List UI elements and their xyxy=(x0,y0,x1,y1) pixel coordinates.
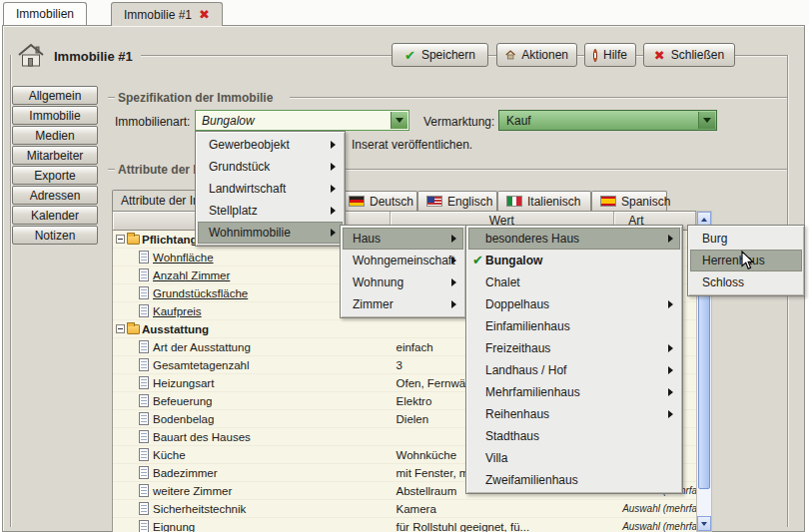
menu-item-doppelhaus[interactable]: Doppelhaus xyxy=(468,293,680,315)
submenu-arrow-icon xyxy=(668,366,673,374)
house-icon xyxy=(16,43,46,69)
menu-item-stadthaus[interactable]: Stadthaus xyxy=(468,425,680,447)
sidebar-item-kalender[interactable]: Kalender xyxy=(12,206,98,225)
menu-item-zimmer[interactable]: Zimmer xyxy=(343,293,463,315)
attribute-link[interactable]: Anzahl Zimmer xyxy=(153,269,230,281)
menu-item-chalet[interactable]: Chalet xyxy=(468,271,680,293)
tab-label: Immobilie #1 xyxy=(124,8,192,22)
sidebar-item-adressen[interactable]: Adressen xyxy=(12,186,98,205)
document-icon xyxy=(139,340,149,353)
menu-item-einfamilienhaus[interactable]: Einfamilienhaus xyxy=(468,315,680,337)
dropdown-arrow-icon[interactable] xyxy=(391,112,407,129)
sidebar-item-immobilie[interactable]: Immobilie xyxy=(12,106,98,125)
tree-expander-icon[interactable] xyxy=(116,235,125,244)
menu-item-burg[interactable]: Burg xyxy=(690,228,802,250)
immobilienart-label: Immobilienart: xyxy=(115,115,190,129)
tab-immobilien[interactable]: Immobilien xyxy=(3,2,87,25)
menu-item-gewerbeobjekt[interactable]: Gewerbeobjekt xyxy=(198,134,343,156)
tab-italienisch[interactable]: Italienisch xyxy=(497,191,591,211)
vermarktung-select[interactable]: Kauf xyxy=(498,110,717,131)
tab-label: Immobilien xyxy=(16,7,74,21)
document-icon xyxy=(139,448,149,461)
dropdown-arrow-icon[interactable] xyxy=(698,112,715,129)
document-icon xyxy=(139,268,149,281)
menu-item-zweifamilienhaus[interactable]: Zweifamilienhaus xyxy=(468,469,680,491)
document-icon xyxy=(139,304,149,317)
sidebar-item-medien[interactable]: Medien xyxy=(12,126,98,145)
submenu-arrow-icon xyxy=(668,410,673,418)
menu-item-landhaus-hof[interactable]: Landhaus / Hof xyxy=(468,359,680,381)
submenu-arrow-icon xyxy=(451,300,456,308)
tree-expander-icon[interactable] xyxy=(116,324,125,333)
spanish-flag-icon xyxy=(600,196,616,207)
group-border-line xyxy=(108,169,115,171)
haus-submenu: besonderes Haus ✔Bungalow Chalet Doppelh… xyxy=(465,225,683,494)
menu-item-mehrfamilienhaus[interactable]: Mehrfamilienhaus xyxy=(468,381,680,403)
immobilienart-menu: Gewerbeobjekt Grundstück Landwirtschaft … xyxy=(195,131,346,247)
group-title-spezifikation: Spezifikation der Immobilie xyxy=(118,91,273,105)
attribute-link[interactable]: Wohnfläche xyxy=(153,252,214,264)
table-row-eignung[interactable]: Eignung für Rollstuhl geeignet, fü...Aus… xyxy=(113,518,696,532)
submenu-arrow-icon xyxy=(668,388,673,396)
submenu-arrow-icon xyxy=(331,141,336,149)
immobilienart-field[interactable]: Bungalow xyxy=(195,110,409,131)
scroll-down-icon[interactable] xyxy=(697,516,711,531)
sidebar-item-allgemein[interactable]: Allgemein xyxy=(12,86,98,105)
german-flag-icon xyxy=(349,196,365,207)
tab-englisch[interactable]: Englisch xyxy=(417,191,497,211)
document-icon xyxy=(139,376,149,389)
help-icon xyxy=(593,49,597,62)
menu-item-bungalow[interactable]: ✔Bungalow xyxy=(468,250,680,271)
close-tab-icon[interactable]: ✖ xyxy=(199,8,210,21)
tab-immobilie-1[interactable]: Immobilie #1 ✖ xyxy=(111,2,223,26)
close-button[interactable]: ✖ Schließen xyxy=(643,43,735,67)
save-button[interactable]: ✔ Speichern xyxy=(392,43,488,67)
page-title: Immobilie #1 xyxy=(54,49,133,64)
menu-item-reihenhaus[interactable]: Reihenhaus xyxy=(468,403,680,425)
group-border-line xyxy=(108,97,115,99)
actions-button[interactable]: Aktionen xyxy=(496,43,577,67)
tab-spanisch[interactable]: Spanisch xyxy=(591,191,667,211)
submenu-arrow-icon xyxy=(331,207,336,215)
tab-deutsch[interactable]: Deutsch xyxy=(340,191,417,211)
mouse-cursor xyxy=(741,251,754,273)
menu-item-freizeithaus[interactable]: Freizeithaus xyxy=(468,337,680,359)
group-border-line xyxy=(290,97,787,99)
menu-item-haus[interactable]: Haus xyxy=(343,228,463,250)
document-icon xyxy=(139,502,149,515)
sidebar-item-exporte[interactable]: Exporte xyxy=(12,166,98,185)
menu-item-villa[interactable]: Villa xyxy=(468,447,680,469)
attribute-link[interactable]: Kaufpreis xyxy=(153,305,202,317)
vermarktung-label: Vermarktung: xyxy=(423,115,494,129)
submenu-arrow-icon xyxy=(331,163,336,171)
application-window: Immobilien Immobilie #1 ✖ Immobilie #1 ✔… xyxy=(0,0,809,532)
sidebar-item-notizen[interactable]: Notizen xyxy=(12,226,98,245)
document-icon xyxy=(139,466,149,479)
table-row-sicherheitstechnik[interactable]: Sicherheitstechnik KameraAuswahl (mehrfa… xyxy=(113,500,696,518)
menu-item-wohnimmobilie[interactable]: Wohnimmobilie xyxy=(198,222,343,244)
menu-item-schloss[interactable]: Schloss xyxy=(690,271,802,293)
document-icon xyxy=(139,412,149,425)
submenu-arrow-icon xyxy=(668,235,673,243)
check-icon: ✔ xyxy=(404,48,415,63)
submenu-arrow-icon xyxy=(668,300,673,308)
folder-icon xyxy=(127,235,140,245)
menu-item-wohnung[interactable]: Wohnung xyxy=(343,271,463,293)
document-icon xyxy=(139,520,149,532)
menu-item-stellplatz[interactable]: Stellplatz xyxy=(198,200,343,222)
menu-item-wohngemeinschaft[interactable]: Wohngemeinschaft xyxy=(343,250,463,271)
attribute-link[interactable]: Grundstücksfläche xyxy=(153,287,248,299)
help-button[interactable]: Hilfe xyxy=(584,43,636,67)
red-x-icon: ✖ xyxy=(654,48,665,63)
sidebar-item-mitarbeiter[interactable]: Mitarbeiter xyxy=(12,146,98,165)
menu-item-landwirtschaft[interactable]: Landwirtschaft xyxy=(198,178,343,200)
window-tab-bar: Immobilien Immobilie #1 ✖ xyxy=(0,0,809,25)
page-title-block: Immobilie #1 xyxy=(14,41,141,71)
submenu-arrow-icon xyxy=(451,278,456,286)
document-icon xyxy=(139,358,149,371)
document-icon xyxy=(139,394,149,407)
check-icon: ✔ xyxy=(472,250,483,271)
document-icon xyxy=(139,251,149,264)
menu-item-grundstueck[interactable]: Grundstück xyxy=(198,156,343,178)
menu-item-besonderes-haus[interactable]: besonderes Haus xyxy=(468,228,680,250)
